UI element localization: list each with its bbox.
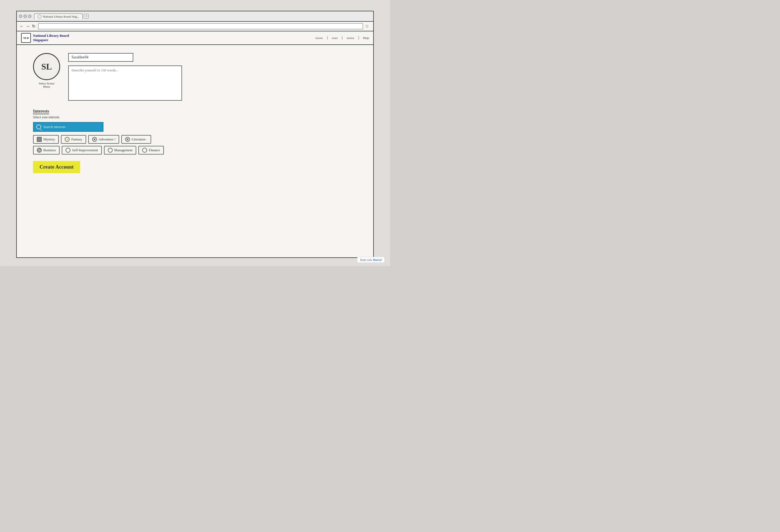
- marvel-badge: Made with Marvel: [357, 257, 385, 263]
- nav-link-3[interactable]: xxxxx: [347, 36, 359, 40]
- refresh-button[interactable]: ↻: [32, 24, 36, 29]
- tab-favicon: [38, 15, 41, 18]
- nlb-logo-text: National Library Board Singapore: [33, 34, 69, 42]
- browser-dot-green: [28, 15, 32, 18]
- logo-area: NLB National Library Board Singapore: [21, 33, 69, 43]
- header-nav-links: xxxxx xxxx xxxxx Help: [315, 36, 369, 40]
- business-icon: [37, 148, 42, 153]
- fantasy-icon: ⚡: [65, 137, 69, 142]
- tab-bar: National Library Board Sing... +: [17, 11, 373, 22]
- url-bar[interactable]: [38, 23, 363, 29]
- browser-dot-yellow: [23, 15, 27, 18]
- self-improvement-icon: [65, 148, 70, 153]
- avatar-area: SL Select AvatarPhoto: [33, 53, 60, 101]
- marvel-logo: Marvel: [373, 258, 382, 261]
- bio-textarea[interactable]: [68, 65, 182, 101]
- tab-label: National Library Board Sing...: [43, 15, 79, 18]
- tag-finance[interactable]: Finance: [138, 146, 163, 155]
- nav-bar: ← → ↻ ☆: [17, 22, 373, 32]
- profile-section: SL Select AvatarPhoto: [33, 53, 357, 101]
- browser-controls: [19, 15, 32, 18]
- literature-icon: [125, 137, 130, 142]
- avatar[interactable]: SL: [33, 53, 60, 80]
- tag-business-label: Business: [43, 148, 56, 152]
- tag-management[interactable]: Management: [104, 146, 137, 155]
- main-content: SL Select AvatarPhoto Interests Select y…: [17, 45, 373, 257]
- nlb-logo-icon: NLB: [21, 33, 31, 43]
- nav-arrows: ← →: [19, 24, 30, 29]
- nav-link-1[interactable]: xxxxx: [315, 36, 328, 40]
- search-interests-bar[interactable]: Search interests: [33, 122, 103, 132]
- mystery-icon: [37, 137, 42, 142]
- tag-finance-label: Finance: [149, 148, 160, 152]
- interests-title: Interests: [33, 109, 49, 114]
- management-icon: [108, 148, 113, 153]
- site-header: NLB National Library Board Singapore xxx…: [17, 32, 373, 45]
- tag-mystery-label: Mystery: [43, 137, 55, 142]
- avatar-label: Select AvatarPhoto: [39, 82, 54, 88]
- tag-self-improvement[interactable]: Self-Improvement: [62, 146, 102, 155]
- nav-link-2[interactable]: xxxx: [332, 36, 342, 40]
- finance-icon: [142, 148, 147, 153]
- create-account-button[interactable]: Create Account: [33, 161, 80, 173]
- search-icon: [36, 124, 41, 129]
- interests-subtitle: Select your interests: [33, 115, 357, 119]
- interest-tags-row-1: Mystery ⚡ Fantasy Adventure ! Literature…: [33, 135, 357, 144]
- tag-self-improvement-label: Self-Improvement: [72, 148, 98, 152]
- browser-tab[interactable]: National Library Board Sing...: [34, 13, 83, 19]
- tag-business[interactable]: Business: [33, 146, 60, 155]
- adventure-icon: [92, 137, 97, 142]
- tag-adventure[interactable]: Adventure !: [88, 135, 119, 144]
- made-with-text: Made with: [360, 258, 372, 261]
- browser-dot-red: [19, 15, 22, 18]
- interest-tags-row-2: Business Self-Improvement Management Fin…: [33, 146, 357, 155]
- forward-button[interactable]: →: [26, 24, 30, 29]
- tag-literature[interactable]: Literature .: [121, 135, 151, 144]
- username-input[interactable]: [68, 53, 133, 62]
- nav-link-help[interactable]: Help: [363, 36, 369, 40]
- search-placeholder-text: Search interests: [43, 125, 65, 129]
- interests-section: Interests Select your interests Search i…: [33, 109, 357, 155]
- new-tab-button[interactable]: +: [84, 14, 89, 19]
- browser-window: National Library Board Sing... + ← → ↻ ☆…: [16, 11, 374, 258]
- tag-literature-label: Literature .: [132, 137, 147, 142]
- tag-mystery[interactable]: Mystery: [33, 135, 59, 144]
- bookmark-icon[interactable]: ☆: [365, 23, 371, 29]
- tag-management-label: Management: [114, 148, 133, 152]
- tag-adventure-label: Adventure !: [99, 137, 115, 142]
- tag-fantasy-label: Fantasy: [71, 137, 82, 142]
- profile-fields: [68, 53, 357, 101]
- tag-fantasy[interactable]: ⚡ Fantasy: [61, 135, 86, 144]
- back-button[interactable]: ←: [19, 24, 24, 29]
